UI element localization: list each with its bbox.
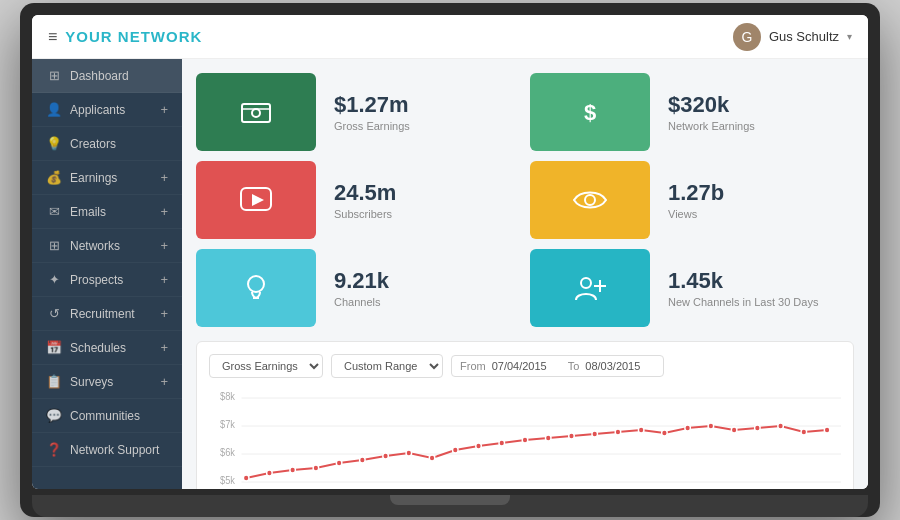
date-range: From To xyxy=(451,355,664,377)
prospects-icon: ✦ xyxy=(46,272,62,287)
network-earnings-label: Network Earnings xyxy=(668,120,846,132)
sidebar-item-applicants[interactable]: 👤 Applicants + xyxy=(32,93,182,127)
svg-point-24 xyxy=(336,460,342,466)
svg-text:$7k: $7k xyxy=(220,419,235,430)
sidebar-item-prospects[interactable]: ✦ Prospects + xyxy=(32,263,182,297)
user-plus-icon xyxy=(572,270,608,306)
chevron-down-icon[interactable]: ▾ xyxy=(847,31,852,42)
svg-point-33 xyxy=(545,435,551,441)
sidebar-item-schedules[interactable]: 📅 Schedules + xyxy=(32,331,182,365)
sidebar-label-applicants: Applicants xyxy=(70,103,152,117)
range-filter-select[interactable]: Custom Range Last 7 Days Last 30 Days xyxy=(331,354,443,378)
svg-point-23 xyxy=(313,465,319,471)
communities-icon: 💬 xyxy=(46,408,62,423)
sidebar-item-creators[interactable]: 💡 Creators xyxy=(32,127,182,161)
main-layout: ⊞ Dashboard 👤 Applicants + 💡 Creators 💰 … xyxy=(32,59,868,489)
subscribers-value-card: 24.5m Subscribers xyxy=(326,161,520,239)
svg-point-43 xyxy=(778,423,784,429)
svg-point-26 xyxy=(383,453,389,459)
subscribers-icon-card xyxy=(196,161,316,239)
svg-point-42 xyxy=(755,425,761,431)
svg-point-20 xyxy=(243,475,249,481)
networks-plus-icon[interactable]: + xyxy=(160,238,168,253)
earnings-icon: 💰 xyxy=(46,170,62,185)
sidebar-label-networks: Networks xyxy=(70,239,152,253)
sidebar-item-surveys[interactable]: 📋 Surveys + xyxy=(32,365,182,399)
sidebar-item-emails[interactable]: ✉ Emails + xyxy=(32,195,182,229)
surveys-icon: 📋 xyxy=(46,374,62,389)
svg-text:$5k: $5k xyxy=(220,475,235,486)
emails-plus-icon[interactable]: + xyxy=(160,204,168,219)
sidebar-label-schedules: Schedules xyxy=(70,341,152,355)
views-label: Views xyxy=(668,208,846,220)
svg-point-7 xyxy=(248,276,264,292)
from-label: From xyxy=(460,360,486,372)
sidebar-label-surveys: Surveys xyxy=(70,375,152,389)
new-channels-value: 1.45k xyxy=(668,268,846,294)
sidebar-label-earnings: Earnings xyxy=(70,171,152,185)
svg-point-22 xyxy=(290,467,296,473)
new-channels-label: New Channels in Last 30 Days xyxy=(668,296,846,308)
sidebar-label-prospects: Prospects xyxy=(70,273,152,287)
gross-earnings-value-card: $1.27m Gross Earnings xyxy=(326,73,520,151)
svg-point-21 xyxy=(267,470,273,476)
svg-point-29 xyxy=(453,447,459,453)
network-earnings-value: $320k xyxy=(668,92,846,118)
sidebar-item-recruitment[interactable]: ↺ Recruitment + xyxy=(32,297,182,331)
content-area: $1.27m Gross Earnings $ $320k Network Ea… xyxy=(182,59,868,489)
sidebar-item-dashboard[interactable]: ⊞ Dashboard xyxy=(32,59,182,93)
schedules-plus-icon[interactable]: + xyxy=(160,340,168,355)
subscribers-label: Subscribers xyxy=(334,208,512,220)
views-icon-card xyxy=(530,161,650,239)
svg-point-36 xyxy=(615,429,621,435)
network-support-icon: ❓ xyxy=(46,442,62,457)
svg-text:$8k: $8k xyxy=(220,391,235,402)
to-date-input[interactable] xyxy=(585,360,655,372)
applicants-plus-icon[interactable]: + xyxy=(160,102,168,117)
prospects-plus-icon[interactable]: + xyxy=(160,272,168,287)
applicants-icon: 👤 xyxy=(46,102,62,117)
sidebar-item-networks[interactable]: ⊞ Networks + xyxy=(32,229,182,263)
laptop-screen: ≡ YOUR NETWORK G Gus Schultz ▾ ⊞ Dashboa… xyxy=(32,15,868,489)
eye-icon xyxy=(572,182,608,218)
channels-icon-card xyxy=(196,249,316,327)
subscribers-value: 24.5m xyxy=(334,180,512,206)
svg-point-28 xyxy=(429,455,435,461)
sidebar-item-network-support[interactable]: ❓ Network Support xyxy=(32,433,182,467)
sidebar-item-earnings[interactable]: 💰 Earnings + xyxy=(32,161,182,195)
channels-label: Channels xyxy=(334,296,512,308)
bulb-icon xyxy=(238,270,274,306)
svg-point-9 xyxy=(581,278,591,288)
user-name: Gus Schultz xyxy=(769,29,839,44)
svg-point-41 xyxy=(731,427,737,433)
gross-earnings-label: Gross Earnings xyxy=(334,120,512,132)
sidebar-label-emails: Emails xyxy=(70,205,152,219)
surveys-plus-icon[interactable]: + xyxy=(160,374,168,389)
earnings-plus-icon[interactable]: + xyxy=(160,170,168,185)
to-label: To xyxy=(568,360,580,372)
sidebar-label-recruitment: Recruitment xyxy=(70,307,152,321)
from-date-input[interactable] xyxy=(492,360,562,372)
svg-point-45 xyxy=(824,427,830,433)
svg-rect-0 xyxy=(242,104,270,122)
svg-point-31 xyxy=(499,440,505,446)
sidebar-item-communities[interactable]: 💬 Communities xyxy=(32,399,182,433)
svg-point-40 xyxy=(708,423,714,429)
views-value-card: 1.27b Views xyxy=(660,161,854,239)
channels-value-card: 9.21k Channels xyxy=(326,249,520,327)
hamburger-icon[interactable]: ≡ xyxy=(48,28,57,46)
svg-point-39 xyxy=(685,425,691,431)
channels-value: 9.21k xyxy=(334,268,512,294)
sidebar: ⊞ Dashboard 👤 Applicants + 💡 Creators 💰 … xyxy=(32,59,182,489)
svg-point-38 xyxy=(662,430,668,436)
svg-point-27 xyxy=(406,450,412,456)
network-earnings-value-card: $320k Network Earnings xyxy=(660,73,854,151)
recruitment-plus-icon[interactable]: + xyxy=(160,306,168,321)
top-bar-right: G Gus Schultz ▾ xyxy=(733,23,852,51)
svg-point-32 xyxy=(522,437,528,443)
chart-svg: $8k $7k $6k $5k xyxy=(209,388,841,489)
network-earnings-icon-card: $ xyxy=(530,73,650,151)
earnings-filter-select[interactable]: Gross Earnings Net Earnings Views xyxy=(209,354,323,378)
sidebar-label-creators: Creators xyxy=(70,137,168,151)
new-channels-icon-card xyxy=(530,249,650,327)
